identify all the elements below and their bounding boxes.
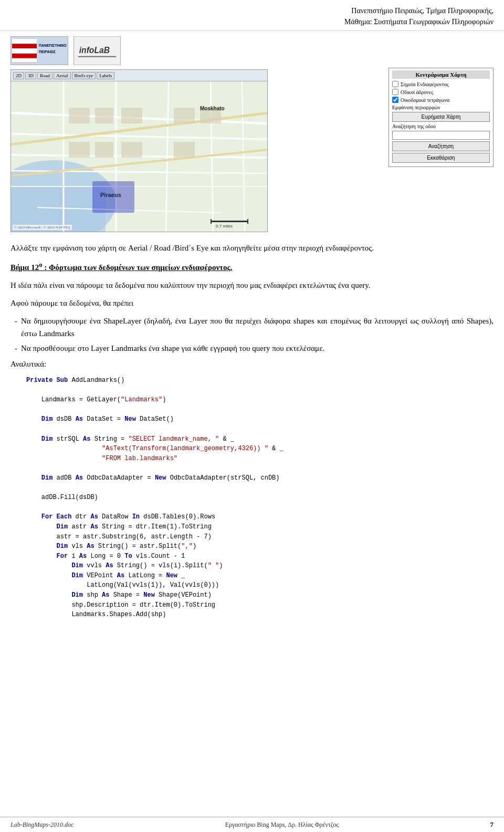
para3: Η ιδέα πάλι είναι να πάρουμε τα δεδομένα… (10, 279, 494, 292)
map-btn-birdseye[interactable]: Bird's eye (72, 72, 96, 79)
page-footer: Lab-BingMaps-2010.doc Εργαστήριο Bing Ma… (0, 817, 504, 832)
svg-rect-27 (95, 108, 113, 123)
para2: Βήμα 12ο : Φόρτωμα των δεδομένων των σημ… (10, 259, 494, 274)
map-btn-aerial[interactable]: Aerial (54, 72, 71, 79)
svg-rect-37 (211, 221, 247, 222)
logos-row: ΠΑΝΕΠΙΣΤΗΜΙΟ ΠΕΙΡΑΙΩΣ infoLaB (10, 36, 383, 65)
main-content: Αλλάξτε την εμφάνιση του χάρτη σε Aerial… (0, 237, 504, 630)
map-container: 2D 3D Road Aerial Bird's eye Labels (10, 69, 268, 232)
panel-title: Κεντράρισμα Χάρτη (392, 70, 490, 79)
svg-rect-29 (69, 142, 90, 158)
university-logo: ΠΑΝΕΠΙΣΤΗΜΙΟ ΠΕΙΡΑΙΩΣ (10, 36, 68, 65)
footer-left: Lab-BingMaps-2010.doc (10, 821, 74, 829)
svg-text:ΠΑΝΕΠΙΣΤΗΜΙΟ: ΠΑΝΕΠΙΣΤΗΜΙΟ (39, 44, 67, 47)
svg-rect-32 (174, 142, 195, 158)
page-header: Πανεπιστήμιο Πειραιώς, Τμήμα Πληροφορική… (0, 0, 504, 31)
bullet-item-1: Να δημιουργήσουμε ένα ShapeLayer (δηλαδή… (10, 315, 494, 340)
footer-right: Εργαστήριο Bing Maps, Δρ. Ηλίας Φρέντζος (225, 821, 339, 829)
bullet-item-2: Να προσθέσουμε στο Layer Landmarks ένα s… (10, 342, 494, 355)
clear-btn[interactable]: Εκκαθάριση (392, 153, 490, 163)
map-svg: Piraeus Moskhato 0.7 miles (11, 81, 268, 232)
svg-rect-2 (12, 48, 37, 54)
checkbox-row-3: Οικοδομικά τετράγωνα (392, 97, 490, 103)
svg-rect-33 (174, 108, 195, 123)
search-btn[interactable]: Αναζήτηση (392, 141, 490, 151)
svg-rect-39 (247, 219, 248, 224)
search-input[interactable] (392, 131, 490, 140)
analytics-label: Αναλυτικά: (10, 358, 494, 370)
map-credit: © 2010 Microsoft / © 2010 NAVTEQ (13, 225, 72, 230)
header-line1: Πανεπιστήμιο Πειραιώς, Τμήμα Πληροφορική… (10, 5, 494, 16)
code-block: Private Sub AddLandmarks() Landmarks = G… (26, 376, 494, 620)
checkbox-label-2: Οδικοί άδρονες (401, 89, 433, 95)
checkbox-blocks[interactable] (392, 97, 398, 103)
emfanisi-btn[interactable]: Ευρήματα Χάρτη (392, 112, 490, 122)
svg-text:ΠΕΙΡΑΙΩΣ: ΠΕΙΡΑΙΩΣ (39, 50, 56, 54)
checkbox-label-1: Σημεία Ενδιαφέροντος (401, 81, 449, 87)
logos-and-map: ΠΑΝΕΠΙΣΤΗΜΙΟ ΠΕΙΡΑΙΩΣ infoLaB 2D 3D (10, 36, 383, 232)
map-btn-road[interactable]: Road (37, 72, 52, 79)
emfanisi-label: Εμφάνιση περιορρφών (392, 105, 490, 110)
svg-text:Piraeus: Piraeus (100, 192, 121, 198)
svg-rect-3 (12, 58, 37, 63)
infolab-logo: infoLaB (74, 36, 121, 65)
svg-rect-8 (78, 56, 116, 57)
svg-rect-26 (69, 108, 90, 123)
svg-rect-38 (211, 219, 212, 224)
svg-rect-30 (95, 142, 113, 158)
footer-page: 7 (490, 820, 494, 829)
checkbox-landmarks[interactable] (392, 81, 398, 87)
svg-text:infoLaB: infoLaB (79, 46, 110, 55)
step-title: Βήμα 12ο : Φόρτωμα των δεδομένων των σημ… (10, 263, 233, 272)
map-btn-3d[interactable]: 3D (25, 72, 36, 79)
map-btn-2d[interactable]: 2D (13, 72, 24, 79)
header-line2: Μάθημα: Συστήματα Γεωγραφικών Πληροφοριώ… (10, 16, 494, 27)
svg-rect-28 (121, 108, 142, 123)
map-btn-labels[interactable]: Labels (97, 72, 114, 79)
para4: Αφού πάρουμε τα δεδομένα, θα πρέπει (10, 297, 494, 309)
map-center-panel: Κεντράρισμα Χάρτη Σημεία Ενδιαφέροντος Ο… (388, 68, 494, 167)
map-toolbar: 2D 3D Road Aerial Bird's eye Labels (11, 70, 267, 81)
svg-rect-31 (121, 142, 142, 158)
bullet-list: Να δημιουργήσουμε ένα ShapeLayer (δηλαδή… (10, 315, 494, 355)
checkbox-row-1: Σημεία Ενδιαφέροντος (392, 81, 490, 87)
checkbox-row-2: Οδικοί άδρονες (392, 89, 490, 95)
top-section: ΠΑΝΕΠΙΣΤΗΜΙΟ ΠΕΙΡΑΙΩΣ infoLaB 2D 3D (0, 31, 504, 237)
checkbox-roads[interactable] (392, 89, 398, 95)
right-panel: Κεντράρισμα Χάρτη Σημεία Ενδιαφέροντος Ο… (388, 36, 494, 232)
checkbox-label-3: Οικοδομικά τετράγωνα (401, 97, 449, 103)
map-background: 2D 3D Road Aerial Bird's eye Labels (11, 70, 267, 232)
para1: Αλλάξτε την εμφάνιση του χάρτη σε Aerial… (10, 242, 494, 254)
search-label: Αναζήτηση της οδού (392, 123, 490, 129)
svg-text:0.7 miles: 0.7 miles (216, 224, 233, 228)
svg-text:Moskhato: Moskhato (200, 106, 225, 111)
svg-rect-1 (12, 38, 37, 44)
